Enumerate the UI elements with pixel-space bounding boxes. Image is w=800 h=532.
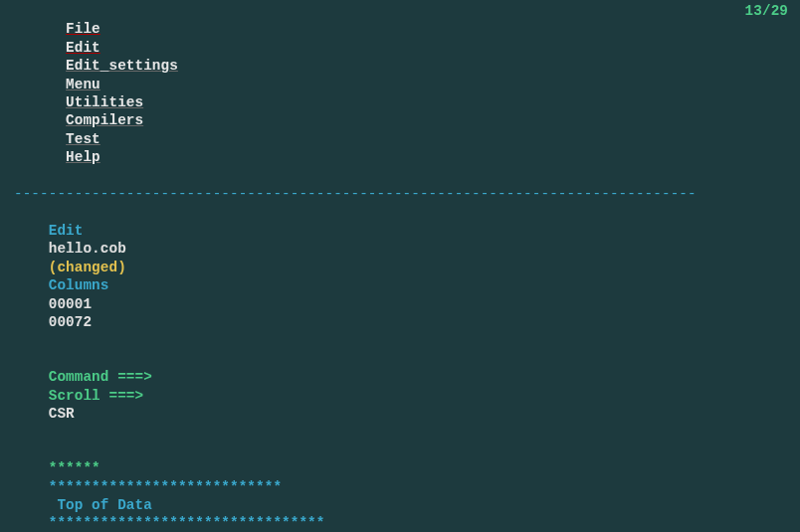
col-end: 00072 [49, 314, 92, 330]
menu-menu[interactable]: Menu [66, 77, 100, 92]
top-stars-right: ******************************** [49, 515, 325, 531]
menu-items: File Edit Edit_settings Menu Utilities C… [14, 2, 192, 185]
menu-help[interactable]: Help [66, 149, 100, 165]
separator-dashes: ----------------------------------------… [14, 185, 800, 203]
top-stars-left-b: *************************** [49, 479, 282, 495]
menu-edit-settings[interactable]: Edit_settings [66, 58, 178, 74]
menu-bar: File Edit Edit_settings Menu Utilities C… [14, 2, 800, 185]
menu-compilers[interactable]: Compilers [66, 112, 143, 128]
columns-label: Columns [49, 277, 109, 293]
col-start: 00001 [49, 296, 92, 312]
top-stars-left-a: ****** [49, 460, 100, 476]
command-row: Command ===> Scroll ===> CSR [14, 350, 800, 442]
scroll-label: Scroll ===> [49, 388, 143, 404]
line-counter: 13/29 [745, 2, 800, 185]
menu-file[interactable]: File [66, 21, 100, 37]
menu-test[interactable]: Test [66, 131, 100, 147]
top-text: Top of Data [49, 497, 161, 513]
mode-label: Edit [49, 223, 84, 239]
file-name: hello.cob [49, 241, 126, 257]
header-row: Edit hello.cob (changed) Columns 00001 0… [14, 203, 800, 349]
scroll-value[interactable]: CSR [49, 406, 75, 422]
top-of-data: ****** *************************** Top o… [14, 442, 800, 532]
changed-flag: (changed) [49, 260, 126, 275]
command-prompt[interactable]: Command ===> [49, 369, 152, 385]
menu-utilities[interactable]: Utilities [66, 94, 143, 110]
menu-edit[interactable]: Edit [66, 40, 100, 56]
